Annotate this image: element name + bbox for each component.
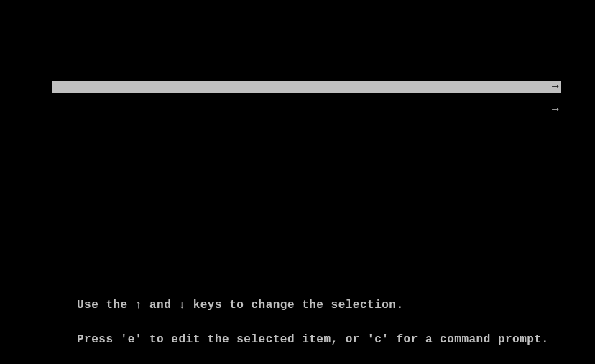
- help-text: Use the ↑ and ↓ keys to change the selec…: [77, 276, 549, 357]
- boot-entry-label: Oracle Linux Server (0-rescue-59d3fed993…: [106, 115, 561, 116]
- boot-entry-0[interactable]: Oracle Linux Server (5.15.0-0.30.19.el9u…: [52, 81, 561, 93]
- boot-menu[interactable]: Oracle Linux Server (5.15.0-0.30.19.el9u…: [52, 81, 561, 116]
- truncation-arrow-icon: →: [552, 81, 559, 93]
- help-line-2: Press 'e' to edit the selected item, or …: [77, 334, 549, 345]
- boot-entry-1[interactable]: Oracle Linux Server (5.14.0-70.13.1.0.3.…: [52, 93, 561, 104]
- help-line-1: Use the ↑ and ↓ keys to change the selec…: [77, 299, 549, 311]
- boot-entry-2[interactable]: Oracle Linux Server (0-rescue-59d3fed993…: [52, 104, 561, 116]
- truncation-arrow-icon: →: [552, 104, 559, 116]
